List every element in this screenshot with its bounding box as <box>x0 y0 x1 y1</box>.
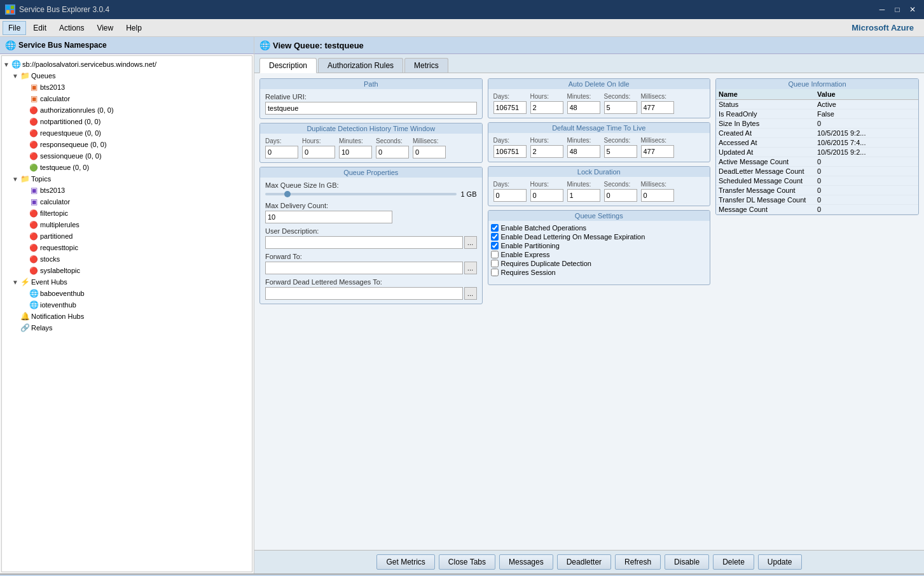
info-cell-val-2: 0 <box>817 120 916 127</box>
menu-help[interactable]: Help <box>120 21 148 35</box>
tree-icon-testqueue: 🟢 <box>29 162 39 172</box>
lock-hours-input[interactable] <box>530 189 563 202</box>
ttl-seconds-input[interactable] <box>604 145 637 158</box>
tree-item-requesttopic[interactable]: 🔴 requesttopic <box>2 242 252 253</box>
action-btn-disable[interactable]: Disable <box>665 554 709 570</box>
menu-actions[interactable]: Actions <box>53 21 90 35</box>
action-btn-deadletter[interactable]: Deadletter <box>557 554 611 570</box>
lock-millis-input[interactable] <box>641 189 674 202</box>
tree-item-baboeventhub[interactable]: 🌐 baboeventhub <box>2 288 252 299</box>
tree-item-topics[interactable]: ▼ 📁 Topics <box>2 173 252 185</box>
tree-item-bts2013t[interactable]: ▣ bts2013 <box>2 185 252 196</box>
action-btn-get-metrics[interactable]: Get Metrics <box>376 554 434 570</box>
action-btn-delete[interactable]: Delete <box>713 554 754 570</box>
info-row-2: Size In Bytes 0 <box>716 119 918 129</box>
dup-days-input[interactable] <box>265 146 298 158</box>
ad-hours-input[interactable] <box>530 101 563 114</box>
tree-item-ns[interactable]: ▼ 🌐 sb://paolosalvatori.servicebus.windo… <box>2 59 252 70</box>
ad-minutes-input[interactable] <box>567 101 600 114</box>
checkbox-1[interactable] <box>491 233 499 241</box>
tab-metrics[interactable]: Metrics <box>404 58 448 73</box>
forward-to-input[interactable] <box>265 262 463 274</box>
ad-millis-input[interactable] <box>641 101 674 114</box>
tab-description[interactable]: Description <box>259 58 317 73</box>
ttl-minutes-label: Minutes: <box>567 137 600 144</box>
tree-item-bts2013[interactable]: ▣ bts2013 <box>2 81 252 93</box>
checkbox-2[interactable] <box>491 242 499 249</box>
dup-minutes-input[interactable] <box>339 146 372 158</box>
dup-seconds-input[interactable] <box>376 146 409 158</box>
info-cell-name-2: Size In Bytes <box>719 120 817 127</box>
tree-item-relays[interactable]: 🔗 Relays <box>2 322 252 334</box>
menu-view[interactable]: View <box>91 21 119 35</box>
tree-expand-ns[interactable]: ▼ <box>2 61 11 68</box>
maximize-button[interactable]: □ <box>891 3 904 16</box>
ttl-millis-input[interactable] <box>641 145 674 158</box>
ttl-days-input[interactable] <box>493 145 527 158</box>
tree-item-requestqueue[interactable]: 🔴 requestqueue (0, 0) <box>2 127 252 139</box>
forward-to-browse-button[interactable]: … <box>464 262 477 274</box>
auto-delete-title: Auto Delete On Idle <box>488 79 710 89</box>
lock-days-input[interactable] <box>493 189 527 202</box>
dup-hours-input[interactable] <box>302 146 335 158</box>
ad-days-input[interactable] <box>493 101 527 114</box>
forward-dead-input[interactable] <box>265 287 463 300</box>
tree-item-notificationhubs[interactable]: 🔔 Notification Hubs <box>2 311 252 322</box>
action-btn-messages[interactable]: Messages <box>499 554 553 570</box>
checkbox-4[interactable] <box>491 260 499 267</box>
tree-item-calculatort[interactable]: ▣ calculator <box>2 196 252 207</box>
dup-millis-input[interactable] <box>413 146 446 158</box>
checkbox-5[interactable] <box>491 269 499 276</box>
user-desc-input[interactable] <box>265 236 463 249</box>
tree-item-sessionqueue[interactable]: 🔴 sessionqueue (0, 0) <box>2 150 252 162</box>
lock-minutes-input[interactable] <box>567 189 600 202</box>
ttl-minutes-input[interactable] <box>567 145 600 158</box>
slider-thumb[interactable] <box>284 191 291 197</box>
action-btn-refresh[interactable]: Refresh <box>615 554 661 570</box>
lock-minutes-label: Minutes: <box>567 181 600 188</box>
lock-seconds-input[interactable] <box>604 189 637 202</box>
left-panel-title: Service Bus Namespace <box>18 41 107 50</box>
ad-seconds-input[interactable] <box>604 101 637 114</box>
tree-item-stocks[interactable]: 🔴 stocks <box>2 253 252 265</box>
action-btn-close-tabs[interactable]: Close Tabs <box>439 554 495 570</box>
forward-to-field: Forward To: … <box>265 253 477 274</box>
tree-item-partitioned[interactable]: 🔴 partitioned <box>2 230 252 242</box>
middle-content: Auto Delete On Idle Days: Hours: Minutes… <box>488 78 711 545</box>
tree-item-syslabeltopic[interactable]: 🔴 syslabeltopic <box>2 265 252 276</box>
menu-file[interactable]: File <box>3 21 26 35</box>
bottom-bar: Get MetricsClose TabsMessagesDeadletterR… <box>254 550 924 573</box>
menu-edit[interactable]: Edit <box>27 21 52 35</box>
tree-item-multiplerules[interactable]: 🔴 multiplerules <box>2 219 252 230</box>
checkbox-0[interactable] <box>491 224 499 232</box>
relative-uri-input[interactable] <box>265 102 477 115</box>
tree-item-authorizationrules[interactable]: 🔴 authorizationrules (0, 0) <box>2 104 252 116</box>
tab-authorization-rules[interactable]: Authorization Rules <box>318 58 403 73</box>
ttl-hours-input[interactable] <box>530 145 563 158</box>
queue-size-slider[interactable] <box>265 193 457 195</box>
tree-expand-topics[interactable]: ▼ <box>11 176 20 183</box>
tree-item-filtertopic[interactable]: 🔴 filtertopic <box>2 207 252 219</box>
ad-minutes-label: Minutes: <box>567 93 600 100</box>
tree-item-ioteventhub[interactable]: 🌐 ioteventhub <box>2 299 252 311</box>
minimize-button[interactable]: ─ <box>876 3 888 16</box>
action-btn-update[interactable]: Update <box>758 554 802 570</box>
log-panel: ■ Log <12:10:28> The queue authorization… <box>0 573 924 576</box>
tree-item-queues[interactable]: ▼ 📁 Queues <box>2 70 252 81</box>
tree-item-notpartitioned[interactable]: 🔴 notpartitioned (0, 0) <box>2 116 252 127</box>
tree-item-testqueue[interactable]: 🟢 testqueue (0, 0) <box>2 162 252 173</box>
ad-minutes-field: Minutes: <box>567 93 600 114</box>
tree-expand-queues[interactable]: ▼ <box>11 73 20 80</box>
max-delivery-input[interactable] <box>265 211 392 223</box>
info-cell-name-9: Transfer Message Count <box>719 186 817 194</box>
tree-icon-bts2013: ▣ <box>29 82 39 92</box>
close-button[interactable]: ✕ <box>906 3 919 16</box>
tree-item-eventhubs[interactable]: ▼ ⚡ Event Hubs <box>2 276 252 288</box>
tree-expand-eventhubs[interactable]: ▼ <box>11 279 20 286</box>
tree-item-responsequeue[interactable]: 🔴 responsequeue (0, 0) <box>2 139 252 150</box>
user-desc-browse-button[interactable]: … <box>464 236 477 249</box>
forward-dead-browse-button[interactable]: … <box>464 287 477 300</box>
tree-item-calculator[interactable]: ▣ calculator <box>2 93 252 104</box>
checkbox-3[interactable] <box>491 251 499 258</box>
tree-view[interactable]: ▼ 🌐 sb://paolosalvatori.servicebus.windo… <box>1 55 252 572</box>
